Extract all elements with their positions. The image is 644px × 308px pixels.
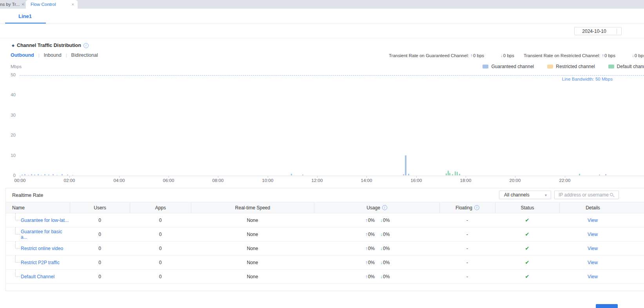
tab-background-label: ns by Tr... — [0, 2, 20, 7]
search-box[interactable] — [554, 191, 619, 199]
info-icon[interactable]: i — [474, 205, 479, 210]
direction-tab-inbound[interactable]: Inbound — [44, 52, 62, 58]
table-row: Guarantee for basic a...00None↑0%↓0%-✔Vi… — [6, 227, 644, 241]
pagination-button[interactable] — [596, 304, 618, 308]
legend-swatch — [483, 65, 488, 68]
date-picker[interactable] — [574, 27, 622, 35]
channel-link[interactable]: Restrict P2P traffic — [21, 260, 60, 265]
chart-bar — [28, 175, 29, 176]
legend-item-restricted-channel[interactable]: Restricted channel — [547, 64, 595, 69]
chart-bar — [605, 174, 606, 175]
status-cell: ✔ — [495, 241, 559, 255]
search-input[interactable] — [559, 191, 610, 199]
speed-cell: None — [191, 227, 314, 241]
chart-bar — [34, 175, 35, 175]
check-icon: ✔ — [525, 259, 530, 265]
down-arrow-icon: ↓ — [380, 232, 383, 237]
usage-down-value: 0% — [383, 218, 390, 223]
apps-cell: 0 — [130, 270, 191, 283]
tree-branch-icon — [15, 270, 20, 277]
col-header-floating: Floatingi — [439, 202, 495, 213]
x-axis-tick-label: 06:00 — [161, 178, 176, 183]
name-cell: Guarantee for low-lat... — [6, 213, 70, 227]
tab-flow-control-label: Flow Control — [31, 2, 56, 7]
check-icon: ✔ — [525, 245, 530, 251]
legend-item-default-channel[interactable]: Default channel — [608, 64, 644, 69]
up-arrow-icon: ↑ — [470, 53, 473, 58]
channel-link[interactable]: Guarantee for low-lat... — [21, 218, 69, 223]
chart-bar — [38, 174, 39, 175]
usage-cell: ↑0%↓0% — [314, 213, 439, 227]
transient-label: Transient Rate on Guaranteed Channel: — [389, 53, 469, 58]
tab-flow-control[interactable]: Flow Control × — [26, 0, 78, 9]
channel-link[interactable]: Guarantee for basic a... — [21, 229, 70, 240]
channel-link[interactable]: Restrict online video — [21, 246, 63, 251]
table-row: Restrict P2P traffic00None↑0%↓0%-✔View — [6, 256, 644, 270]
speed-cell: None — [191, 241, 314, 255]
col-header-label: Real-time Speed — [235, 205, 270, 211]
chart-bar — [446, 173, 447, 175]
x-axis-tick-label: 10:00 — [260, 178, 276, 183]
view-details-link[interactable]: View — [588, 232, 598, 237]
y-axis-tick-label: 0 — [0, 173, 16, 178]
name-cell: Restrict P2P traffic — [6, 256, 70, 269]
view-details-link[interactable]: View — [588, 260, 598, 265]
chart-bar — [41, 175, 42, 176]
tab-background-partial[interactable]: ns by Tr...× — [0, 0, 24, 9]
usage-cell: ↑0%↓0% — [314, 227, 439, 241]
usage-up-value: 0% — [368, 246, 375, 251]
down-arrow-icon: ↓ — [380, 246, 383, 251]
tree-branch-icon — [15, 241, 20, 249]
direction-tab-outbound[interactable]: Outbound — [11, 52, 34, 58]
details-cell: View — [559, 256, 626, 269]
y-axis-tick-label: 40 — [0, 92, 16, 97]
channel-link[interactable]: Default Channel — [21, 274, 54, 279]
usage-up-value: 0% — [368, 218, 375, 223]
chart-bar — [408, 174, 409, 175]
date-picker-separator — [617, 29, 617, 34]
x-axis-tick — [515, 176, 515, 178]
status-cell: ✔ — [495, 256, 559, 269]
transient-up-value: 0 bps — [473, 53, 484, 58]
col-header-details: Details — [559, 202, 626, 213]
table-header-row: NameUsersAppsReal-time SpeedUsageiFloati… — [6, 202, 644, 213]
table-row: Guarantee for low-lat...00None↑0%↓0%-✔Vi… — [6, 213, 644, 227]
chart-bar — [72, 175, 73, 176]
date-input[interactable] — [575, 27, 614, 35]
y-axis-tick-label: 20 — [0, 133, 16, 137]
down-arrow-icon: ↓ — [380, 274, 383, 279]
tree-branch-icon — [15, 227, 20, 234]
usage-down-value: 0% — [383, 260, 390, 265]
bandwidth-reference-line — [20, 75, 644, 76]
usage-up-value: 0% — [368, 232, 375, 237]
tab-line1[interactable]: Line1 — [18, 13, 32, 19]
usage-down-value: 0% — [383, 232, 390, 237]
channel-filter-select[interactable]: All channels ▾ — [499, 191, 551, 199]
up-arrow-icon: ↑ — [365, 232, 368, 237]
name-cell: Restrict online video — [6, 241, 70, 255]
down-arrow-icon: ↓ — [380, 260, 383, 265]
direction-tab-bidirectional[interactable]: Bidirectional — [71, 52, 98, 58]
view-details-link[interactable]: View — [588, 218, 598, 223]
col-header-label: Details — [586, 205, 600, 211]
check-icon: ✔ — [525, 231, 530, 237]
check-icon: ✔ — [525, 217, 530, 223]
info-icon[interactable]: i — [83, 43, 89, 48]
table-body: Guarantee for low-lat...00None↑0%↓0%-✔Vi… — [6, 213, 644, 284]
channel-filter-value: All channels — [504, 192, 530, 198]
x-axis-tick — [416, 176, 417, 178]
x-axis-tick — [366, 176, 367, 178]
search-icon[interactable] — [610, 193, 613, 196]
y-axis-tick-label: 30 — [0, 113, 16, 117]
apps-cell: 0 — [130, 213, 191, 227]
usage-cell: ↑0%↓0% — [314, 241, 439, 255]
view-details-link[interactable]: View — [588, 246, 598, 251]
col-header-real-time-speed: Real-time Speed — [191, 202, 314, 213]
close-icon[interactable]: × — [72, 0, 74, 9]
view-details-link[interactable]: View — [588, 274, 598, 279]
chart-legend: Guaranteed channelRestricted channelDefa… — [483, 64, 644, 69]
legend-item-guaranteed-channel[interactable]: Guaranteed channel — [483, 64, 534, 69]
info-icon[interactable]: i — [382, 205, 387, 210]
transient-up-value: 0 bps — [604, 53, 615, 58]
col-header-label: Status — [521, 205, 534, 211]
